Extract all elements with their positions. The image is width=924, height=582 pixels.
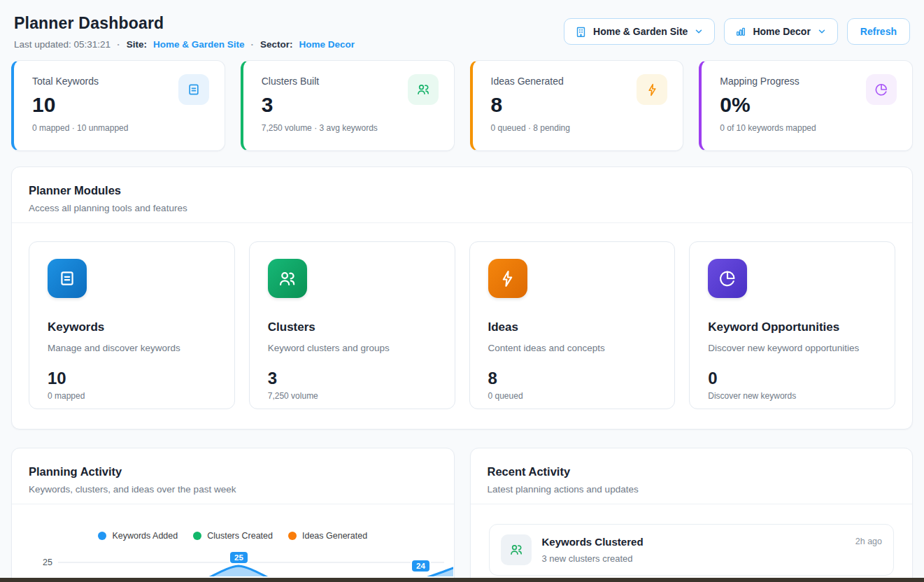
legend-item-ideas-generated[interactable]: Ideas Generated bbox=[288, 531, 367, 541]
stat-sub: 7,250 volume · 3 avg keywords bbox=[262, 123, 439, 133]
legend-item-keywords-added[interactable]: Keywords Added bbox=[98, 531, 178, 541]
site-selector-dropdown[interactable]: Home & Garden Site bbox=[564, 18, 715, 45]
planning-activity-subtitle: Keywords, clusters, and ideas over the p… bbox=[29, 484, 437, 495]
modules-grid: Keywords Manage and discover keywords 10… bbox=[12, 223, 912, 429]
recent-activity-list: Keywords Clustered 3 new clusters create… bbox=[471, 504, 913, 582]
divider bbox=[12, 504, 454, 504]
module-description: Discover new keyword opportunities bbox=[708, 343, 876, 353]
users-icon bbox=[268, 259, 307, 298]
site-selector-value: Home & Garden Site bbox=[593, 26, 688, 37]
document-icon bbox=[178, 74, 209, 105]
stat-card-total-keywords: Total Keywords 10 0 mapped · 10 unmapped bbox=[11, 60, 225, 151]
stat-sub: 0 mapped · 10 unmapped bbox=[32, 123, 209, 133]
module-title: Ideas bbox=[488, 320, 657, 334]
module-title: Keywords bbox=[48, 320, 216, 334]
module-card-keyword-opportunities[interactable]: Keyword Opportunities Discover new keywo… bbox=[689, 241, 895, 409]
stat-card-ideas-generated: Ideas Generated 8 0 queued · 8 pending bbox=[470, 60, 684, 151]
module-sub: 0 mapped bbox=[48, 391, 216, 401]
bottom-row: Planning Activity Keywords, clusters, an… bbox=[11, 448, 913, 582]
sector-link[interactable]: Home Decor bbox=[299, 39, 355, 50]
data-point-label: 25 bbox=[230, 552, 248, 563]
module-value: 10 bbox=[48, 369, 216, 388]
users-icon bbox=[408, 74, 439, 105]
lightning-icon bbox=[637, 74, 667, 105]
sector-selector-dropdown[interactable]: Home Decor bbox=[724, 18, 837, 45]
legend-label: Ideas Generated bbox=[302, 531, 367, 541]
module-sub: Discover new keywords bbox=[708, 391, 876, 401]
header-left: Planner Dashboard Last updated: 05:31:21… bbox=[14, 14, 355, 50]
legend-dot-orange bbox=[288, 532, 297, 540]
module-sub: 7,250 volume bbox=[268, 391, 436, 401]
module-value: 3 bbox=[268, 369, 436, 388]
recent-activity-panel: Recent Activity Latest planning actions … bbox=[470, 448, 914, 582]
planning-activity-header: Planning Activity Keywords, clusters, an… bbox=[12, 448, 454, 504]
legend-dot-green bbox=[193, 532, 201, 540]
activity-item-text: Keywords Clustered 3 new clusters create… bbox=[542, 534, 845, 564]
lightning-icon bbox=[488, 259, 527, 298]
chart-legend: Keywords Added Clusters Created Ideas Ge… bbox=[12, 531, 454, 541]
stat-card-mapping-progress: Mapping Progress 0% 0 of 10 keywords map… bbox=[699, 60, 913, 151]
module-title: Clusters bbox=[268, 320, 436, 334]
recent-activity-subtitle: Latest planning actions and updates bbox=[488, 484, 896, 495]
module-description: Keyword clusters and groups bbox=[268, 343, 436, 353]
module-title: Keyword Opportunities bbox=[708, 320, 876, 334]
activity-item-timestamp: 2h ago bbox=[855, 537, 882, 546]
modules-panel-title: Planner Modules bbox=[29, 184, 895, 197]
y-axis-tick-25: 25 bbox=[43, 558, 52, 567]
stat-sub: 0 of 10 keywords mapped bbox=[720, 123, 897, 133]
site-label: Site: bbox=[127, 39, 147, 50]
meta-separator: · bbox=[117, 39, 120, 50]
bar-chart-icon bbox=[735, 26, 746, 37]
planning-activity-panel: Planning Activity Keywords, clusters, an… bbox=[11, 448, 455, 582]
header-meta: Last updated: 05:31:21 · Site: Home & Ga… bbox=[14, 39, 355, 50]
header-actions: Home & Garden Site Home Decor bbox=[564, 18, 910, 45]
legend-label: Clusters Created bbox=[207, 531, 273, 541]
module-card-keywords[interactable]: Keywords Manage and discover keywords 10… bbox=[29, 241, 235, 409]
module-description: Manage and discover keywords bbox=[48, 343, 216, 353]
pie-chart-icon bbox=[866, 74, 897, 105]
planner-dashboard-page: Planner Dashboard Last updated: 05:31:21… bbox=[0, 0, 924, 582]
data-point-label: 24 bbox=[412, 560, 429, 572]
module-sub: 0 queued bbox=[488, 391, 657, 401]
chevron-down-icon bbox=[694, 27, 704, 36]
activity-line-chart: 25 25 24 bbox=[12, 544, 454, 576]
planner-modules-panel: Planner Modules Access all planning tool… bbox=[11, 166, 913, 430]
users-icon bbox=[501, 534, 532, 565]
module-value: 0 bbox=[708, 369, 876, 388]
pie-chart-icon bbox=[708, 259, 747, 298]
meta-separator: · bbox=[250, 39, 254, 50]
planning-activity-title: Planning Activity bbox=[29, 465, 437, 478]
module-card-clusters[interactable]: Clusters Keyword clusters and groups 3 7… bbox=[249, 241, 455, 409]
stat-sub: 0 queued · 8 pending bbox=[491, 123, 668, 133]
activity-list-item: Keywords Clustered 3 new clusters create… bbox=[489, 524, 895, 576]
stat-card-clusters-built: Clusters Built 3 7,250 volume · 3 avg ke… bbox=[241, 60, 455, 151]
module-card-ideas[interactable]: Ideas Content ideas and concepts 8 0 que… bbox=[469, 241, 676, 409]
module-value: 8 bbox=[488, 369, 657, 388]
page-header: Planner Dashboard Last updated: 05:31:21… bbox=[11, 14, 913, 50]
module-description: Content ideas and concepts bbox=[488, 343, 657, 353]
refresh-button[interactable]: Refresh bbox=[847, 18, 910, 45]
building-icon bbox=[575, 26, 587, 38]
activity-item-title: Keywords Clustered bbox=[542, 536, 845, 548]
recent-activity-title: Recent Activity bbox=[488, 465, 896, 478]
modules-panel-subtitle: Access all planning tools and features bbox=[29, 203, 895, 213]
chevron-down-icon bbox=[817, 27, 827, 36]
last-updated-text: Last updated: 05:31:21 bbox=[14, 39, 111, 50]
sector-label: Sector: bbox=[260, 39, 293, 50]
document-icon bbox=[48, 259, 87, 298]
legend-item-clusters-created[interactable]: Clusters Created bbox=[193, 531, 273, 541]
window-bottom-edge bbox=[0, 578, 924, 582]
sector-selector-value: Home Decor bbox=[753, 26, 810, 37]
recent-activity-header: Recent Activity Latest planning actions … bbox=[471, 448, 913, 504]
legend-dot-blue bbox=[98, 532, 106, 540]
page-title: Planner Dashboard bbox=[14, 14, 355, 33]
stats-row: Total Keywords 10 0 mapped · 10 unmapped… bbox=[11, 60, 913, 151]
activity-item-description: 3 new clusters created bbox=[542, 553, 845, 564]
site-link[interactable]: Home & Garden Site bbox=[153, 39, 245, 50]
legend-label: Keywords Added bbox=[112, 531, 178, 541]
modules-panel-header: Planner Modules Access all planning tool… bbox=[12, 167, 912, 222]
